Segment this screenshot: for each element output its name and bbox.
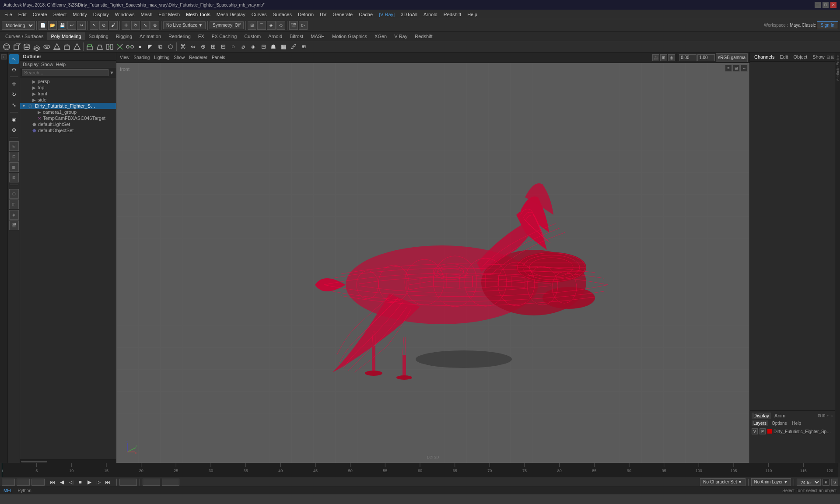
outliner-item-spaceship[interactable]: ▼ ⬡ Dirty_Futuristic_Fighter_Spaceship_n (20, 103, 116, 109)
anim-start-field[interactable]: 120 (143, 479, 160, 486)
render-btn[interactable]: 🎬 (289, 21, 298, 30)
tab-poly-modeling[interactable]: Poly Modeling (47, 32, 84, 40)
sphere-tool[interactable] (2, 42, 11, 52)
fill-hole-tool[interactable]: ○ (228, 42, 238, 52)
playback-end-field[interactable]: 120 (119, 479, 137, 486)
workspace-dropdown[interactable]: Modeling (2, 21, 35, 30)
layer-tab-anim[interactable]: Anim (773, 413, 787, 419)
vp-value-b[interactable]: 1.00 (697, 54, 715, 61)
step-fwd-btn[interactable]: ▷ (94, 478, 103, 486)
tab-rigging[interactable]: Rigging (112, 32, 136, 40)
snap-point-btn[interactable]: ◈ (267, 21, 276, 30)
outliner-search-input[interactable] (22, 69, 108, 76)
bevel-tool[interactable] (95, 42, 105, 52)
play-fwd-btn[interactable]: ▶ (85, 478, 94, 486)
pyramid-tool[interactable] (72, 42, 82, 52)
vp-icon-2[interactable]: ⊞ (733, 65, 740, 72)
select-tool-btn[interactable]: ↖ (90, 21, 98, 30)
menu-redshift[interactable]: Redshift (441, 11, 464, 18)
menu-modify[interactable]: Modify (70, 11, 89, 18)
undo-btn[interactable]: ↩ (67, 21, 76, 30)
tab-edit[interactable]: Edit (778, 54, 790, 60)
outliner-item-tempcam[interactable]: ✕ TempCamFBXASC046Target (20, 115, 116, 121)
menu-cache[interactable]: Cache (356, 11, 375, 18)
vp-icon-3[interactable]: ↔ (741, 65, 748, 72)
menu-edit-mesh[interactable]: Edit Mesh (156, 11, 182, 18)
vp-menu-renderer[interactable]: Renderer (187, 55, 209, 60)
vp-value-a[interactable]: 0.00 (679, 54, 696, 61)
ipr-render-btn[interactable]: ▷ (299, 21, 308, 30)
left-strip-icon-1[interactable]: + (1, 54, 7, 60)
layer-p-toggle[interactable]: P (760, 428, 766, 434)
separate-tool[interactable]: ⊟ (218, 42, 228, 52)
universal-manip-btn[interactable]: ⊕ (150, 21, 159, 30)
render-view-btn[interactable]: 🎬 (9, 220, 19, 230)
outliner-menu-show[interactable]: Show (41, 62, 53, 67)
menu-mesh-display[interactable]: Mesh Display (214, 11, 248, 18)
layer-sub-tab-layers[interactable]: Layers (752, 420, 768, 426)
key-all-btn[interactable]: S (831, 479, 838, 486)
outliner-menu-display[interactable]: Display (23, 62, 38, 67)
vp-menu-show[interactable]: Show (172, 55, 186, 60)
wedge-tool[interactable]: ◤ (145, 42, 155, 52)
new-file-btn[interactable]: 📄 (38, 21, 47, 30)
outliner-item-camera1-group[interactable]: ▶ camera1_group (20, 109, 116, 115)
outliner-menu-help[interactable]: Help (56, 62, 66, 67)
cone-tool[interactable] (52, 42, 62, 52)
menu-mesh-tools[interactable]: Mesh Tools (183, 11, 213, 18)
menu-surfaces[interactable]: Surfaces (270, 11, 294, 18)
skip-to-end-btn[interactable]: ⏭ (103, 478, 112, 486)
tab-animation[interactable]: Animation (136, 32, 164, 40)
torus-tool[interactable] (42, 42, 52, 52)
connect-tool[interactable] (125, 42, 135, 52)
layer-tab-display[interactable]: Display (752, 413, 771, 419)
vp-icon-1[interactable]: ≡ (725, 65, 732, 72)
end-frame-display-field[interactable]: 1 (32, 479, 45, 486)
rotate-btn[interactable]: ↻ (9, 90, 19, 99)
outliner-item-objectset[interactable]: ⬟ defaultObjectSet (20, 127, 116, 133)
conform-tool[interactable]: ⌀ (238, 42, 248, 52)
retopologize-tool[interactable]: ⊟ (259, 42, 268, 52)
vp-color-profile-btn[interactable]: sRGB gamma (716, 53, 748, 62)
menu-select[interactable]: Select (51, 11, 70, 18)
layout-btn-2[interactable]: ⊡ (9, 152, 19, 161)
current-frame-field[interactable]: 1 (17, 479, 30, 486)
layout-btn-3[interactable]: ▦ (9, 162, 19, 172)
reduce-tool[interactable]: ◈ (248, 42, 258, 52)
play-back-btn[interactable]: ◁ (66, 478, 75, 486)
tab-bifrost[interactable]: Bifrost (286, 32, 307, 40)
boolean-tool[interactable]: ⊕ (198, 42, 208, 52)
vp-isolate-btn[interactable]: ◎ (668, 54, 675, 61)
outliner-hscrollbar[interactable] (20, 459, 116, 463)
tab-show[interactable]: Show (811, 54, 826, 60)
snap-grid-btn[interactable]: ⊞ (248, 21, 256, 30)
tab-vray[interactable]: V-Ray (391, 32, 411, 40)
step-back-btn[interactable]: ◀ (57, 478, 66, 486)
vp-menu-panels[interactable]: Panels (210, 55, 227, 60)
no-character-set-btn[interactable]: No Character Set ▼ (700, 478, 745, 486)
snap-curve-btn[interactable]: ⌒ (257, 21, 266, 30)
skip-to-start-btn[interactable]: ⏮ (48, 478, 57, 486)
menu-deform[interactable]: Deform (295, 11, 316, 18)
poke-face-tool[interactable]: ● (135, 42, 145, 52)
menu-file[interactable]: File (2, 11, 15, 18)
duplicate-face-tool[interactable]: ⧉ (155, 42, 165, 52)
vp-menu-lighting[interactable]: Lighting (152, 55, 171, 60)
move-btn[interactable]: ✛ (9, 79, 19, 89)
tab-channels[interactable]: Channels (752, 54, 776, 60)
uv-editor-btn[interactable]: ◫ (9, 200, 19, 209)
tab-arnold[interactable]: Arnold (265, 32, 286, 40)
rp-btn-2[interactable]: ⊞ (831, 55, 834, 60)
menu-help[interactable]: Help (465, 11, 480, 18)
tab-fx-caching[interactable]: FX Caching (208, 32, 240, 40)
scale-btn[interactable]: ⤡ (9, 100, 19, 110)
show-manip-btn[interactable]: ⊕ (9, 125, 19, 135)
menu-uv[interactable]: UV (317, 11, 329, 18)
menu-display[interactable]: Display (91, 11, 112, 18)
lasso-tool-btn[interactable]: ⊙ (99, 21, 108, 30)
mirror-tool[interactable]: ⇔ (188, 42, 198, 52)
quad-draw-tool[interactable]: ▦ (279, 42, 288, 52)
select-mode-btn[interactable]: ↖ (9, 54, 19, 64)
vp-menu-shading[interactable]: Shading (132, 55, 152, 60)
extract-face-tool[interactable]: ⬡ (165, 42, 175, 52)
